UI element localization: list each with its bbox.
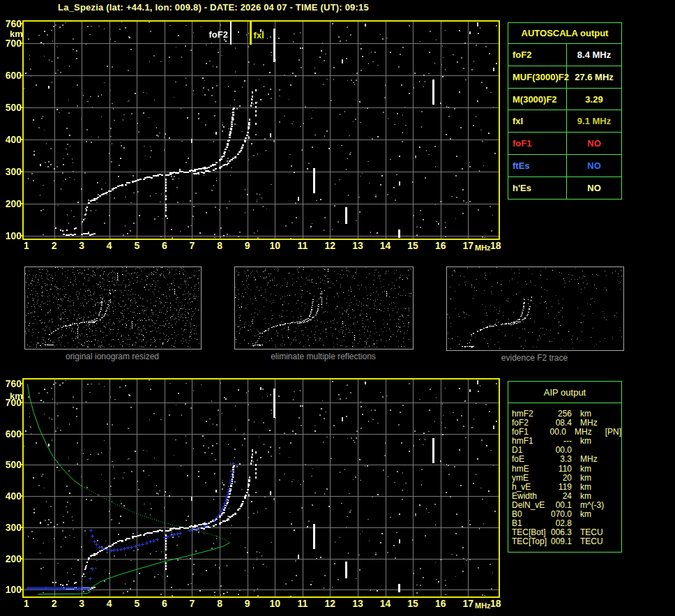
aip-param-value: 110: [548, 465, 572, 474]
autoscala-param-value: 9.1 MHz: [567, 110, 621, 132]
y-tick-label: 400: [1, 491, 22, 501]
x-tick-label: 13: [349, 241, 366, 250]
top-ionogram-plot: foF2 fxI: [22, 20, 500, 240]
y-tick-label: 100: [1, 585, 22, 594]
x-axis-unit: MHz: [475, 602, 491, 610]
x-tick-label: 16: [432, 241, 449, 250]
thumbnail-evidence-f2: [446, 266, 624, 351]
autoscala-table: AUTOSCALA output foF28.4 MHzMUF(3000)F22…: [508, 22, 622, 200]
thumbnail-eliminate-canvas: [235, 267, 411, 347]
x-tick-label: 6: [156, 241, 173, 250]
aip-param-unit: km: [580, 465, 612, 474]
aip-param-name: TEC[Top]: [512, 537, 548, 546]
y-tick-label: 700: [1, 38, 22, 48]
autoscala-row: foF1NO: [508, 132, 621, 154]
autoscala-param-label: M(3000)F2: [508, 89, 567, 110]
y-tick-label: 300: [1, 167, 22, 176]
y-tick-label: 200: [1, 199, 22, 209]
y-axis-unit: km: [10, 30, 23, 38]
y-tick-label: 400: [1, 135, 22, 144]
x-tick-label: 11: [294, 241, 311, 250]
autoscala-row: fxI9.1 MHz: [508, 110, 621, 132]
x-tick-label: 10: [266, 241, 283, 250]
aip-param-value: 24: [548, 492, 572, 501]
x-tick-label: 8: [211, 599, 228, 608]
bottom-ionogram-canvas: [24, 380, 499, 596]
y-tick-label: 100: [1, 231, 22, 241]
autoscala-param-value: 27.6 MHz: [567, 66, 621, 88]
y-axis-tick: [20, 402, 23, 403]
x-tick-label: 14: [377, 599, 394, 608]
aip-param-unit: km: [580, 437, 612, 446]
x-tick-label: 17: [460, 241, 476, 250]
x-axis-unit: MHz: [475, 244, 491, 252]
thumbnail-caption-evidence: evidence F2 trace: [446, 354, 623, 363]
y-tick-label: 500: [1, 460, 22, 469]
autoscala-row: MUF(3000)F227.6 MHz: [508, 66, 621, 88]
autoscala-param-label: ftEs: [508, 155, 567, 176]
aip-table-header: AIP output: [508, 382, 621, 403]
thumbnail-caption-original: original ionogram resized: [24, 352, 200, 361]
thumbnail-original-canvas: [25, 267, 199, 347]
aip-param-unit: TECU: [580, 537, 612, 546]
y-axis-tick: [20, 433, 23, 435]
y-axis-tick: [20, 43, 23, 44]
x-tick-label: 8: [211, 241, 228, 250]
autoscala-table-body: foF28.4 MHzMUF(3000)F227.6 MHzM(3000)F23…: [508, 43, 621, 199]
aip-param-unit: MHz: [580, 455, 612, 464]
y-axis-tick: [20, 203, 23, 204]
x-tick-label: 7: [183, 599, 200, 608]
aip-param-value: 009.1: [548, 537, 572, 546]
top-ionogram-canvas: [24, 22, 499, 239]
x-tick-label: 12: [321, 599, 338, 608]
aip-row: ymE20km: [512, 474, 621, 483]
x-tick-label: 13: [349, 599, 366, 608]
fxI-marker-label: fxI: [254, 31, 264, 40]
foF2-marker-label: foF2: [203, 30, 228, 40]
autoscala-param-label: MUF(3000)F2: [508, 66, 567, 88]
autoscala-param-label: fxI: [508, 110, 567, 132]
x-tick-label: 10: [266, 599, 283, 608]
y-axis-tick: [20, 558, 23, 559]
aip-row: hmE110km: [512, 465, 621, 474]
x-tick-label: 15: [404, 241, 421, 250]
thumbnail-evidence-canvas: [447, 267, 622, 349]
x-tick-label: 11: [294, 599, 311, 608]
aip-param-name: h_vE: [512, 483, 548, 492]
y-axis-tick: [20, 527, 23, 528]
aip-param-unit: km: [580, 483, 612, 492]
station-title: La_Spezia (lat: +44.1, lon: 009.8) - DAT…: [0, 2, 427, 13]
x-tick-label: 9: [239, 241, 256, 250]
x-tick-label: 7: [183, 241, 200, 250]
y-axis-tick: [20, 107, 23, 108]
y-axis-tick: [20, 383, 23, 384]
x-tick-label: 5: [128, 241, 145, 250]
y-tick-label: 200: [1, 554, 22, 564]
aip-table-body: hmF2256kmfoF208.4MHzfoF100.0MHz[PN]hmF1-…: [508, 403, 621, 552]
x-tick-label: 14: [377, 241, 394, 250]
y-tick-label: 600: [1, 429, 22, 439]
aip-param-note: [PN]: [605, 428, 621, 437]
aip-param-name: hmE: [512, 465, 548, 474]
y-axis-tick: [20, 589, 23, 590]
aip-param-name: ymE: [512, 474, 548, 483]
autoscala-param-value: NO: [567, 133, 621, 154]
y-axis-tick: [20, 139, 23, 140]
aip-param-value: 119: [548, 483, 572, 492]
aip-table: AIP output hmF2256kmfoF208.4MHzfoF100.0M…: [508, 381, 622, 553]
y-axis-tick: [20, 495, 23, 497]
x-tick-label: 4: [101, 241, 118, 250]
aip-param-unit: km: [580, 510, 612, 519]
autoscala-row: h'EsNO: [508, 176, 621, 199]
x-tick-label: 3: [73, 599, 90, 608]
aip-param-unit: km: [580, 492, 612, 501]
autoscala-row: foF28.4 MHz: [508, 43, 621, 66]
x-tick-label: 2: [46, 241, 63, 250]
aip-param-value: 20: [548, 474, 572, 483]
aip-param-name: foE: [512, 455, 548, 464]
autoscala-param-label: foF2: [508, 44, 567, 66]
x-tick-label: 9: [239, 599, 256, 608]
y-axis-unit: km: [10, 392, 23, 400]
autoscala-param-label: foF1: [508, 133, 567, 154]
y-tick-label: 760: [1, 379, 22, 389]
